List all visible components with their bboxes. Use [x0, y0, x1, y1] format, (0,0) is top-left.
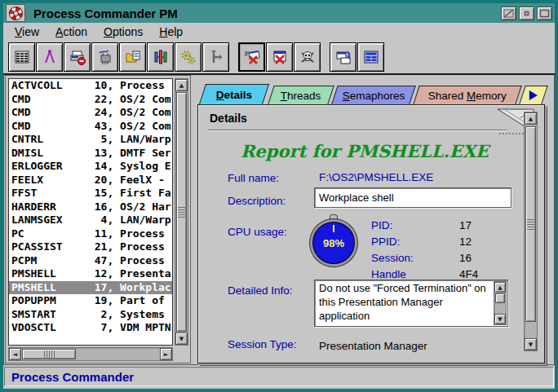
process-row[interactable]: CMD 24, OS/2 Com	[9, 106, 172, 120]
thumb-grip	[527, 219, 534, 230]
process-row[interactable]: PCPM 47, Process	[9, 254, 172, 268]
cpu-usage-label: CPU usage:	[228, 226, 287, 238]
process-row[interactable]: POPUPPM 19, Part of	[9, 294, 172, 308]
menu-action[interactable]: Action	[47, 24, 95, 40]
kill-document-button[interactable]	[238, 42, 265, 72]
session-value: 16	[459, 252, 472, 264]
details-view-button[interactable]	[357, 42, 384, 72]
menu-help[interactable]: Help	[151, 24, 191, 40]
modules-button[interactable]	[147, 42, 174, 72]
details-view-icon	[362, 48, 380, 66]
cpu-percent: 98%	[323, 237, 344, 249]
process-row[interactable]: CMD 43, OS/2 Com	[9, 120, 172, 134]
process-table-button[interactable]	[8, 42, 35, 72]
handle-value: 4F4	[459, 268, 478, 280]
process-row[interactable]: ERLOGGER 14, Syslog E	[9, 160, 172, 174]
left-arrow-icon: ◄	[13, 351, 17, 358]
chip-button[interactable]	[91, 42, 118, 72]
process-row[interactable]: CMD 22, OS/2 Com	[9, 93, 172, 107]
pipe-icon	[207, 48, 225, 66]
scroll-down-button[interactable]: ▼	[525, 338, 537, 350]
up-arrow-icon: ▲	[179, 82, 184, 89]
process-row[interactable]: CNTRL 5, LAN/Warp	[9, 133, 172, 147]
scroll-up-button[interactable]: ▲	[175, 79, 188, 91]
skull-button[interactable]	[294, 42, 321, 72]
process-row[interactable]: PC 11, Process	[9, 227, 172, 241]
ppid-value: 12	[459, 236, 472, 248]
process-row[interactable]: VDOSCTL 7, VDM MPTN	[9, 321, 172, 335]
chip-icon	[96, 48, 114, 66]
kill-document-icon	[243, 48, 261, 66]
close-window-icon	[271, 48, 289, 66]
tab-shared-memory[interactable]: Shared Memory	[413, 86, 521, 104]
maximize-button[interactable]	[537, 7, 552, 20]
scroll-right-button[interactable]: ►	[160, 348, 172, 360]
folder-document-button[interactable]	[119, 42, 146, 72]
scroll-up-button[interactable]: ▲	[525, 112, 537, 125]
scroll-down-button[interactable]: ▼	[494, 314, 506, 324]
scroll-up-button[interactable]: ▲	[494, 282, 506, 293]
full-name-label: Full name:	[228, 172, 279, 184]
down-arrow-icon: ▼	[498, 316, 502, 323]
gears-button[interactable]	[175, 42, 202, 72]
title-bar[interactable]: Process Commander PM	[3, 3, 555, 23]
down-arrow-icon: ▼	[529, 341, 533, 348]
page-vscrollbar[interactable]: ▲ ▼	[524, 112, 538, 351]
process-row[interactable]: ACTVCOLL 10, Process	[9, 79, 172, 93]
close-window-button[interactable]	[266, 42, 293, 72]
session-type-label: Session Type:	[228, 338, 297, 350]
process-list-panel: ACTVCOLL 10, Process CMD 22, OS/2 Com CM…	[5, 75, 191, 363]
printer-stop-button[interactable]	[64, 42, 91, 72]
description-label: Description:	[228, 195, 286, 207]
page-header: Details	[210, 112, 247, 125]
process-row-selected[interactable]: PMSHELL 17, Workplac	[9, 281, 172, 295]
vscroll-thumb[interactable]	[495, 293, 505, 303]
process-row[interactable]: SMSTART 2, Systems	[9, 308, 172, 322]
process-list-vscrollbar[interactable]: ▲ ▼	[175, 78, 188, 346]
tab-semaphores[interactable]: Semaphores	[331, 86, 415, 104]
process-row[interactable]: DMISL 13, DMTF Ser	[9, 147, 172, 161]
compass-icon	[41, 48, 59, 66]
process-row[interactable]: PCASSIST 21, Process	[9, 240, 172, 254]
tab-threads[interactable]: Threads	[268, 86, 334, 104]
menu-view[interactable]: View	[7, 24, 47, 40]
detailed-info-text: Do not use "Forced Termination" on this …	[319, 281, 491, 323]
up-arrow-icon: ▲	[498, 284, 502, 291]
detailed-info-box[interactable]: Do not use "Forced Termination" on this …	[314, 280, 508, 327]
compass-button[interactable]	[36, 42, 63, 72]
process-row[interactable]: PMSHELL 12, Presenta	[9, 267, 172, 281]
ppid-label: PPID:	[371, 236, 400, 248]
gears-icon	[179, 48, 197, 66]
process-table-icon	[13, 48, 31, 66]
process-row[interactable]: FEELX 20, FeelX -	[9, 174, 172, 187]
hscroll-thumb[interactable]	[22, 349, 76, 359]
thumb-grip	[178, 207, 185, 218]
switch-window-button[interactable]	[330, 42, 356, 72]
process-list-hscrollbar[interactable]: ◄ ►	[8, 347, 173, 361]
handle-label: Handle	[371, 268, 406, 280]
vscroll-thumb[interactable]	[525, 126, 536, 322]
info-vscrollbar[interactable]: ▲ ▼	[494, 281, 507, 325]
scroll-down-button[interactable]: ▼	[175, 333, 188, 345]
details-page: Details Report for PMSHELL.EXE Full name…	[197, 104, 545, 363]
pipe-button[interactable]	[202, 42, 229, 72]
minimize-button[interactable]	[519, 7, 534, 20]
switch-window-icon	[334, 48, 352, 66]
tab-details[interactable]: Details	[199, 84, 269, 104]
folder-document-icon	[124, 48, 142, 66]
system-menu-button[interactable]	[6, 4, 25, 22]
maximize-icon	[539, 9, 550, 18]
process-row[interactable]: FFST 15, First Fa	[9, 187, 172, 200]
hide-button[interactable]	[501, 7, 516, 20]
menu-options[interactable]: Options	[95, 24, 151, 40]
scroll-left-button[interactable]: ◄	[9, 348, 21, 360]
modules-icon	[152, 48, 170, 66]
process-row[interactable]: LANMSGEX 4, LAN/Warp	[9, 214, 172, 227]
vscroll-thumb[interactable]	[176, 92, 187, 332]
process-row[interactable]: HARDERR 16, OS/2 Har	[9, 200, 172, 214]
up-arrow-icon: ▲	[529, 116, 533, 122]
life-preserver-icon	[9, 7, 23, 20]
window-title: Process Commander PM	[33, 7, 178, 20]
minimize-icon	[521, 9, 532, 18]
description-input[interactable]	[314, 187, 512, 208]
